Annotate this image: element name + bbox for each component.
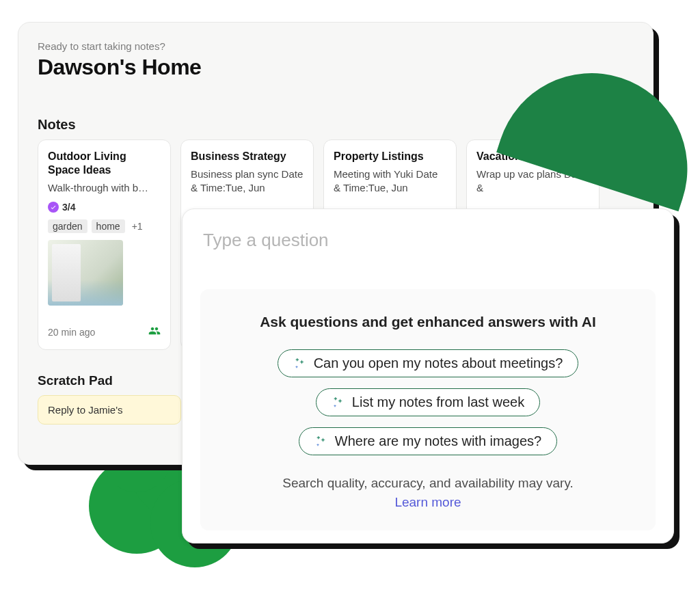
sparkle-icon xyxy=(314,435,328,448)
task-count-text: 3/4 xyxy=(62,202,75,213)
note-title: Property Listings xyxy=(334,150,446,163)
suggestion-images[interactable]: Where are my notes with images? xyxy=(299,427,557,455)
scratch-pad-note[interactable]: Reply to Jamie's xyxy=(38,395,181,425)
search-input[interactable]: Type a question xyxy=(200,224,656,256)
note-card-outdoor[interactable]: Outdoor Living Space Ideas Walk-through … xyxy=(38,139,171,350)
note-title: Outdoor Living Space Ideas xyxy=(48,150,161,177)
learn-more-link[interactable]: Learn more xyxy=(394,495,461,510)
sparkle-icon xyxy=(293,357,307,371)
note-snippet: Walk-through with b… xyxy=(48,181,161,195)
tag-garden[interactable]: garden xyxy=(48,219,88,233)
note-thumbnail xyxy=(48,240,123,306)
ai-disclaimer: Search quality, accuracy, and availabili… xyxy=(282,476,574,491)
note-snippet: Meeting with Yuki Date & Time:Tue, Jun xyxy=(334,167,446,196)
suggestion-text: Where are my notes with images? xyxy=(335,433,541,449)
note-timestamp: 20 min ago xyxy=(48,327,95,338)
suggestion-text: Can you open my notes about meetings? xyxy=(314,355,563,371)
shared-icon xyxy=(148,325,161,340)
check-icon xyxy=(48,202,59,213)
sparkle-icon xyxy=(332,396,345,409)
note-tags-row: 3/4 xyxy=(48,202,161,213)
note-title: Business Strategy xyxy=(191,150,304,163)
ai-suggestions-panel: Ask questions and get enhanced answers w… xyxy=(200,289,656,530)
note-tags: garden home +1 xyxy=(48,219,161,233)
suggestion-list: Can you open my notes about meetings? Li… xyxy=(278,349,579,455)
tag-home[interactable]: home xyxy=(92,219,125,233)
suggestion-meetings[interactable]: Can you open my notes about meetings? xyxy=(278,349,579,377)
page-title: Dawson's Home xyxy=(38,55,634,80)
task-count-badge: 3/4 xyxy=(48,202,75,213)
home-hint: Ready to start taking notes? xyxy=(38,40,634,52)
suggestion-last-week[interactable]: List my notes from last week xyxy=(316,388,540,416)
ai-heading: Ask questions and get enhanced answers w… xyxy=(260,314,596,330)
ai-search-card: Type a question Ask questions and get en… xyxy=(182,209,674,543)
tag-more[interactable]: +1 xyxy=(129,219,146,233)
note-snippet: Business plan sync Date & Time:Tue, Jun xyxy=(191,167,304,196)
suggestion-text: List my notes from last week xyxy=(352,394,524,410)
